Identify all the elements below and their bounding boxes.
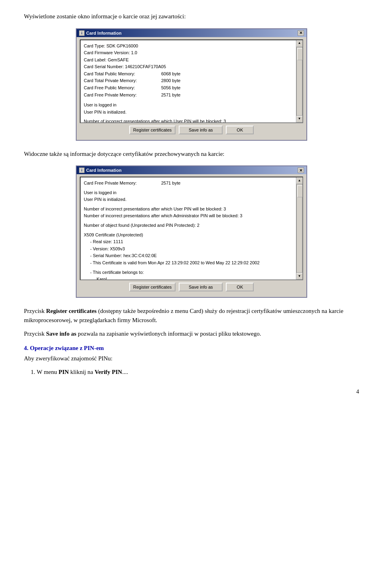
dialog2-scroll-track bbox=[296, 184, 302, 273]
dialog1-line11: Number of incorrect presentations after … bbox=[84, 118, 292, 123]
dialog1-text-area: Card Type: SDK GPK16000 Card Firmware Ve… bbox=[84, 43, 292, 123]
dialog1-title: Card Information bbox=[86, 31, 122, 35]
dialog1: i Card Information ✕ Card Type: SDK GPK1… bbox=[76, 28, 307, 141]
dialog2-scrollable: Card Free Private Memory:2571 byte User … bbox=[80, 177, 303, 280]
dialog1-line3: Card Label: GemSAFE bbox=[84, 57, 292, 64]
d2-line9: - Version: X509v3 bbox=[84, 246, 292, 253]
d2-line7: X509 Certificate (Unprotected) bbox=[84, 232, 292, 239]
verify-step1-part3: .... bbox=[122, 369, 128, 375]
intro-text: Wyświetlone zostanie okno informacje o k… bbox=[24, 12, 359, 21]
verify-step1-part2: kliknij na bbox=[69, 369, 95, 375]
dialog2-scroll-thumb[interactable] bbox=[297, 185, 303, 197]
dialog1-save-button[interactable]: Save info as bbox=[179, 126, 223, 134]
dialog1-line7: Card Free Public Memory:5056 byte bbox=[84, 85, 292, 92]
dialog1-line6: Card Total Private Memory:2800 byte bbox=[84, 77, 292, 85]
d2-line1: Card Free Private Memory:2571 byte bbox=[84, 180, 292, 187]
d2-line2: User is logged in bbox=[84, 189, 292, 197]
verify-step1-bold1: PIN bbox=[59, 369, 69, 375]
dialog1-line5: Card Total Public Memory:6068 byte bbox=[84, 71, 292, 78]
dialog1-line10: User PIN is initialized. bbox=[84, 109, 292, 116]
dialog1-wrapper: i Card Information ✕ Card Type: SDK GPK1… bbox=[24, 28, 359, 141]
dialog1-scroll-thumb[interactable] bbox=[297, 48, 303, 60]
d2-line13: Karol bbox=[84, 276, 292, 280]
dialog1-titlebar-left: i Card Information bbox=[79, 30, 122, 36]
dialog1-line1: Card Type: SDK GPK16000 bbox=[84, 43, 292, 50]
paragraph1-bold1: Register certificates bbox=[46, 308, 97, 314]
dialog2-register-button[interactable]: Register certificates bbox=[129, 283, 176, 291]
d2-line6: Number of object found (Unprotected and … bbox=[84, 222, 292, 229]
dialog1-line8: Card Free Private Memory:2571 byte bbox=[84, 92, 292, 99]
middle-text: Widoczne także są informacje dotyczące c… bbox=[24, 149, 359, 159]
dialog2-titlebar: i Card Information ✕ bbox=[77, 166, 306, 174]
dialog2: i Card Information ✕ Card Free Private M… bbox=[76, 165, 307, 298]
verify-step-1: W menu PIN kliknij na Verify PIN.... bbox=[37, 368, 359, 377]
dialog2-close-button[interactable]: ✕ bbox=[298, 167, 304, 173]
dialog1-line4: Card Serial Number: 146210CFAF170A05 bbox=[84, 63, 292, 71]
d2-line10: - Serial Number: hex:3C:C4:02:0E bbox=[84, 252, 292, 260]
section-heading: 4. Operacje związane z PIN-em bbox=[24, 345, 359, 352]
dialog2-ok-button[interactable]: OK bbox=[226, 283, 254, 291]
d2-line11: - This Certificate is valid from Mon Apr… bbox=[84, 260, 292, 267]
dialog2-title-icon: i bbox=[79, 167, 85, 173]
dialog1-register-button[interactable]: Register certificates bbox=[129, 126, 176, 134]
paragraph2-bold: Save info as bbox=[46, 330, 76, 337]
dialog2-title: Card Information bbox=[86, 168, 122, 173]
dialog1-close-button[interactable]: ✕ bbox=[298, 30, 304, 36]
dialog2-save-button[interactable]: Save info as bbox=[179, 283, 223, 291]
d2-line8: - Real size: 1111 bbox=[84, 238, 292, 246]
dialog1-line2: Card Firmware Version: 1.0 bbox=[84, 49, 292, 57]
dialog2-titlebar-left: i Card Information bbox=[79, 167, 122, 173]
verify-step1-bold2: Verify PIN bbox=[95, 369, 122, 375]
dialog2-scroll-down[interactable]: ▼ bbox=[296, 273, 303, 279]
dialog2-content: Card Free Private Memory:2571 byte User … bbox=[77, 174, 306, 297]
paragraph1-part1: Przycisk bbox=[24, 308, 46, 314]
dialog1-content: Card Type: SDK GPK16000 Card Firmware Ve… bbox=[77, 37, 306, 140]
d2-line4: Number of incorrect presentations after … bbox=[84, 206, 292, 213]
d2-line5: Number of incorrect presentations after … bbox=[84, 212, 292, 220]
dialog2-wrapper: i Card Information ✕ Card Free Private M… bbox=[24, 165, 359, 298]
dialog2-text-area: Card Free Private Memory:2571 byte User … bbox=[84, 180, 292, 280]
verify-step1-part1: W menu bbox=[37, 369, 59, 375]
dialog1-scroll-down[interactable]: ▼ bbox=[296, 116, 303, 122]
dialog2-scroll-up[interactable]: ▲ bbox=[296, 177, 303, 184]
dialog1-scrollable: Card Type: SDK GPK16000 Card Firmware Ve… bbox=[80, 39, 303, 123]
dialog1-scrollbar[interactable]: ▲ ▼ bbox=[296, 40, 302, 122]
paragraph1: Przycisk Register certificates (dostępny… bbox=[24, 307, 359, 324]
page-number: 4 bbox=[24, 389, 359, 395]
d2-line3: User PIN is initialized. bbox=[84, 196, 292, 203]
dialog1-title-icon: i bbox=[79, 30, 85, 36]
dialog1-titlebar: i Card Information ✕ bbox=[77, 29, 306, 37]
verify-intro: Aby zweryfikować znajomość PINu: bbox=[24, 354, 359, 363]
d2-line12: - This certificate belongs to: bbox=[84, 269, 292, 276]
dialog1-ok-button[interactable]: OK bbox=[226, 126, 254, 134]
dialog2-scrollbar[interactable]: ▲ ▼ bbox=[296, 177, 302, 279]
dialog2-buttons: Register certificates Save info as OK bbox=[80, 280, 303, 294]
paragraph2: Przycisk Save info as pozwala na zapisan… bbox=[24, 329, 359, 338]
paragraph2-part2: pozwala na zapisanie wyświetlonych infor… bbox=[76, 330, 261, 337]
verify-steps-list: W menu PIN kliknij na Verify PIN.... bbox=[37, 368, 359, 377]
dialog1-buttons: Register certificates Save info as OK bbox=[80, 123, 303, 137]
dialog1-scroll-up[interactable]: ▲ bbox=[296, 40, 303, 47]
dialog1-scroll-track bbox=[296, 47, 302, 116]
dialog1-line9: User is logged in bbox=[84, 102, 292, 109]
paragraph2-part1: Przycisk bbox=[24, 330, 46, 337]
